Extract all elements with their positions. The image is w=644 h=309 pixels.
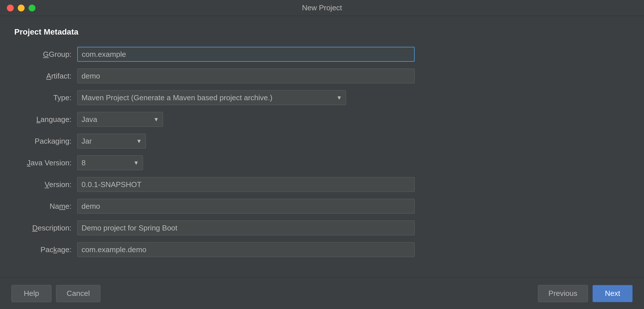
java-version-row: Java Version: 8 11 17 ▼	[14, 155, 630, 170]
window-title: New Project	[302, 3, 342, 12]
packaging-label: Packaging:	[14, 137, 77, 146]
java-version-select[interactable]: 8 11 17	[77, 155, 143, 170]
group-label: GGroup:	[14, 50, 77, 59]
bottom-right-buttons: Previous Next	[538, 285, 633, 302]
packaging-select-wrapper: Jar War ▼	[77, 134, 146, 149]
next-button[interactable]: Next	[593, 285, 633, 302]
version-input[interactable]	[77, 177, 415, 192]
close-button[interactable]	[7, 5, 14, 11]
title-bar: New Project	[0, 0, 644, 16]
packaging-row: Packaging: Jar War ▼	[14, 134, 630, 149]
bottom-left-buttons: Help Cancel	[11, 285, 100, 302]
language-label: Language:	[14, 115, 77, 124]
description-row: Description:	[14, 220, 630, 235]
cancel-button[interactable]: Cancel	[56, 285, 100, 302]
type-row: Type: Maven Project (Generate a Maven ba…	[14, 90, 630, 105]
packaging-select[interactable]: Jar War	[77, 134, 146, 149]
version-label: Version:	[14, 180, 77, 189]
package-input[interactable]	[77, 242, 415, 257]
artifact-row: Artifact:	[14, 69, 630, 83]
java-version-label: Java Version:	[14, 158, 77, 167]
language-row: Language: Java Kotlin Groovy ▼	[14, 112, 630, 127]
minimize-button[interactable]	[18, 5, 25, 11]
dialog-body: Project Metadata GGroup: Artifact: Type:…	[0, 16, 644, 275]
group-input[interactable]	[77, 47, 415, 62]
type-select-wrapper: Maven Project (Generate a Maven based pr…	[77, 90, 346, 105]
package-row: Package:	[14, 242, 630, 257]
previous-button[interactable]: Previous	[538, 285, 588, 302]
description-input[interactable]	[77, 220, 415, 235]
maximize-button[interactable]	[29, 5, 35, 11]
type-select[interactable]: Maven Project (Generate a Maven based pr…	[77, 90, 346, 105]
name-label: Name:	[14, 202, 77, 211]
language-select[interactable]: Java Kotlin Groovy	[77, 112, 163, 127]
artifact-label: Artifact:	[14, 72, 77, 81]
name-input[interactable]	[77, 199, 415, 214]
language-select-wrapper: Java Kotlin Groovy ▼	[77, 112, 163, 127]
artifact-input[interactable]	[77, 69, 415, 83]
description-label: Description:	[14, 224, 77, 232]
java-version-select-wrapper: 8 11 17 ▼	[77, 155, 143, 170]
help-button[interactable]: Help	[11, 285, 51, 302]
package-label: Package:	[14, 245, 77, 254]
bottom-bar: Help Cancel Previous Next	[0, 278, 644, 309]
name-row: Name:	[14, 199, 630, 214]
window-controls	[7, 5, 35, 11]
section-title: Project Metadata	[14, 27, 630, 37]
type-label: Type:	[14, 93, 77, 102]
group-row: GGroup:	[14, 47, 630, 62]
version-row: Version:	[14, 177, 630, 192]
